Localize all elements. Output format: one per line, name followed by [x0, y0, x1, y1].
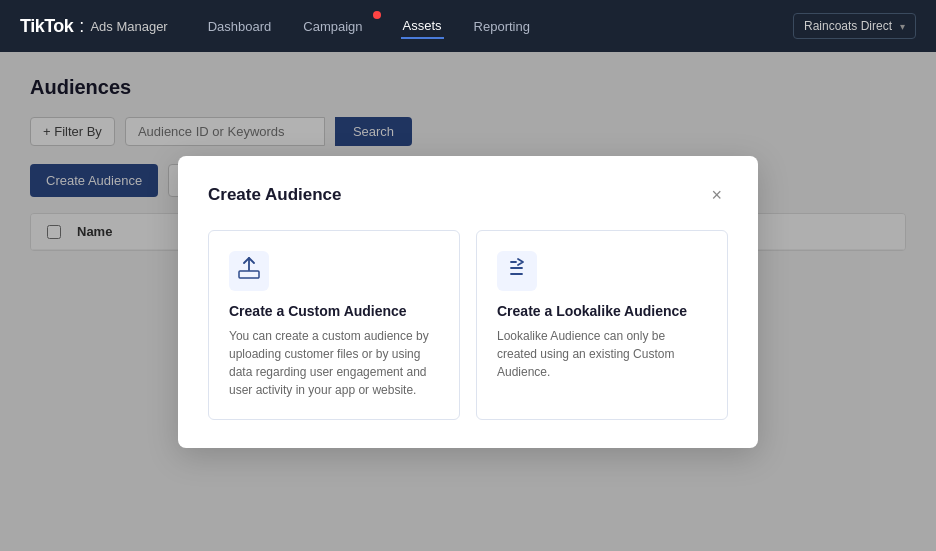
modal-header: Create Audience ×: [208, 184, 728, 206]
modal-cards: Create a Custom Audience You can create …: [208, 230, 728, 420]
modal-title: Create Audience: [208, 185, 342, 205]
lookalike-audience-title: Create a Lookalike Audience: [497, 303, 707, 319]
lookalike-audience-desc: Lookalike Audience can only be created u…: [497, 327, 707, 381]
brand-ads: Ads Manager: [90, 19, 167, 34]
modal-close-button[interactable]: ×: [705, 184, 728, 206]
navbar: TikTok : Ads Manager Dashboard Campaign …: [0, 0, 936, 52]
nav-assets[interactable]: Assets: [401, 14, 444, 39]
custom-audience-icon-wrap: [229, 251, 269, 291]
nav-campaign[interactable]: Campaign: [301, 15, 372, 38]
brand-separator: :: [79, 16, 84, 37]
upload-icon: [238, 257, 260, 284]
brand: TikTok : Ads Manager: [20, 16, 168, 37]
account-name: Raincoats Direct: [804, 19, 892, 33]
brand-tiktok: TikTok: [20, 16, 73, 37]
account-chevron-icon: ▾: [900, 21, 905, 32]
custom-audience-desc: You can create a custom audience by uplo…: [229, 327, 439, 399]
create-audience-modal: Create Audience × C: [178, 156, 758, 448]
custom-audience-title: Create a Custom Audience: [229, 303, 439, 319]
custom-audience-card[interactable]: Create a Custom Audience You can create …: [208, 230, 460, 420]
modal-overlay: Create Audience × C: [0, 52, 936, 551]
nav-reporting[interactable]: Reporting: [472, 15, 532, 38]
account-selector[interactable]: Raincoats Direct ▾: [793, 13, 916, 39]
campaign-badge: [373, 11, 381, 19]
main-content: Audiences + Filter By Search Create Audi…: [0, 52, 936, 551]
nav-dashboard[interactable]: Dashboard: [206, 15, 274, 38]
lookalike-audience-icon-wrap: [497, 251, 537, 291]
svg-rect-0: [239, 271, 259, 278]
lookalike-audience-card[interactable]: Create a Lookalike Audience Lookalike Au…: [476, 230, 728, 420]
list-icon: [506, 257, 528, 284]
